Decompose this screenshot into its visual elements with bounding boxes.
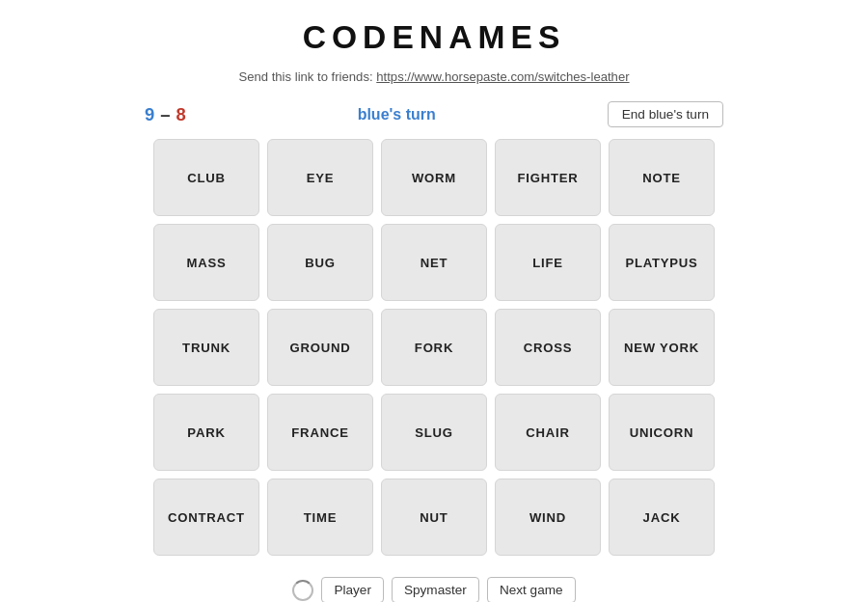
end-turn-button[interactable]: End blue's turn — [608, 101, 723, 127]
game-header: 9 – 8 blue's turn End blue's turn — [145, 101, 723, 127]
card-13[interactable]: CROSS — [495, 309, 601, 386]
card-7[interactable]: NET — [381, 224, 487, 301]
score-blue: 9 — [145, 104, 154, 125]
card-14[interactable]: NEW YORK — [609, 309, 715, 386]
card-24[interactable]: JACK — [609, 479, 715, 556]
share-section: Send this link to friends: https://www.h… — [238, 69, 629, 84]
app-title: CODENAMES — [303, 19, 566, 56]
page: CODENAMES Send this link to friends: htt… — [0, 0, 868, 602]
card-18[interactable]: CHAIR — [495, 394, 601, 471]
spinner-icon — [292, 580, 313, 601]
card-11[interactable]: GROUND — [267, 309, 373, 386]
footer: Player Spymaster Next game — [292, 577, 575, 602]
share-url[interactable]: https://www.horsepaste.com/switches-leat… — [376, 69, 629, 84]
card-grid: CLUBEYEWORMFIGHTERNOTEMASSBUGNETLIFEPLAT… — [153, 139, 715, 556]
card-5[interactable]: MASS — [153, 224, 259, 301]
spymaster-button[interactable]: Spymaster — [392, 577, 479, 602]
next-game-button[interactable]: Next game — [487, 577, 576, 602]
card-20[interactable]: CONTRACT — [153, 479, 259, 556]
card-16[interactable]: FRANCE — [267, 394, 373, 471]
card-15[interactable]: PARK — [153, 394, 259, 471]
share-prefix: Send this link to friends: — [238, 69, 372, 84]
player-button[interactable]: Player — [321, 577, 384, 602]
card-19[interactable]: UNICORN — [609, 394, 715, 471]
card-12[interactable]: FORK — [381, 309, 487, 386]
score-display: 9 – 8 — [145, 104, 186, 125]
card-0[interactable]: CLUB — [153, 139, 259, 216]
card-3[interactable]: FIGHTER — [495, 139, 601, 216]
card-2[interactable]: WORM — [381, 139, 487, 216]
card-21[interactable]: TIME — [267, 479, 373, 556]
turn-label: blue's turn — [358, 106, 436, 123]
score-dash: – — [160, 104, 170, 125]
card-9[interactable]: PLATYPUS — [609, 224, 715, 301]
score-red: 8 — [176, 104, 185, 125]
card-4[interactable]: NOTE — [609, 139, 715, 216]
card-22[interactable]: NUT — [381, 479, 487, 556]
card-23[interactable]: WIND — [495, 479, 601, 556]
card-10[interactable]: TRUNK — [153, 309, 259, 386]
card-6[interactable]: BUG — [267, 224, 373, 301]
card-17[interactable]: SLUG — [381, 394, 487, 471]
card-8[interactable]: LIFE — [495, 224, 601, 301]
card-1[interactable]: EYE — [267, 139, 373, 216]
